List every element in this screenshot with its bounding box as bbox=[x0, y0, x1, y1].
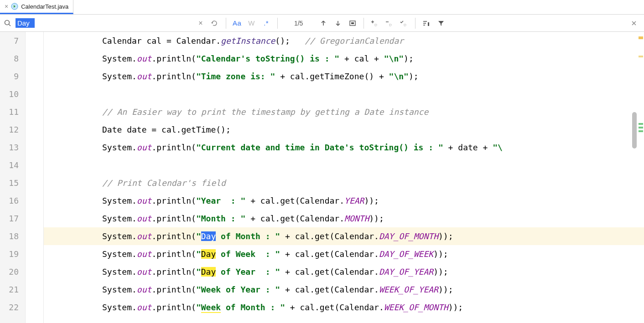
hint-marker[interactable] bbox=[639, 130, 643, 132]
code-line: System.out.println("Day of Month : " + c… bbox=[44, 227, 644, 245]
line-number: 16 bbox=[0, 192, 19, 210]
svg-rect-4 bbox=[351, 22, 354, 24]
code-editor[interactable]: 7 8 9 10 11 12 13 14 15 16 17 18 19 20 2… bbox=[0, 32, 644, 323]
code-line: System.out.println("Week of Year : " + c… bbox=[44, 281, 644, 298]
remove-selection-button[interactable] bbox=[383, 17, 396, 30]
line-number: 20 bbox=[0, 263, 19, 281]
line-number: 19 bbox=[0, 245, 19, 263]
line-number: 14 bbox=[0, 156, 19, 174]
prev-match-button[interactable] bbox=[317, 17, 330, 30]
search-input[interactable] bbox=[16, 18, 35, 28]
find-toolbar: × Aa W .* 1/5 bbox=[0, 15, 644, 32]
line-number: 21 bbox=[0, 281, 19, 298]
regex-button[interactable]: .* bbox=[260, 17, 273, 30]
next-match-button[interactable] bbox=[332, 17, 344, 30]
line-number: 9 bbox=[0, 67, 19, 85]
line-number: 22 bbox=[0, 298, 19, 316]
fold-strip bbox=[26, 32, 44, 323]
code-line bbox=[44, 85, 644, 103]
code-line: System.out.println("Calendar's toString(… bbox=[44, 50, 644, 67]
add-selection-button[interactable] bbox=[369, 17, 381, 30]
separator bbox=[364, 18, 364, 29]
code-line bbox=[44, 156, 644, 174]
hint-marker[interactable] bbox=[639, 127, 643, 128]
tab-label: CalendarTest.java bbox=[21, 3, 68, 10]
hint-marker[interactable] bbox=[639, 123, 643, 125]
file-tab[interactable]: × CalendarTest.java bbox=[0, 0, 73, 14]
line-number: 8 bbox=[0, 50, 19, 67]
code-line: System.out.println("Month : " + cal.get(… bbox=[44, 210, 644, 227]
code-area[interactable]: Calendar cal = Calendar.getInstance(); /… bbox=[44, 32, 644, 323]
search-input-wrap bbox=[14, 17, 194, 30]
select-all-occurrences-button[interactable] bbox=[346, 17, 359, 30]
svg-line-2 bbox=[9, 24, 11, 26]
code-line: System.out.println("Day of Year : " + ca… bbox=[44, 263, 644, 281]
clear-search-icon[interactable]: × bbox=[196, 19, 205, 27]
filter-button[interactable] bbox=[435, 17, 447, 30]
separator bbox=[415, 18, 415, 29]
code-line: Date date = cal.getTime(); bbox=[44, 121, 644, 138]
select-all-button[interactable] bbox=[398, 17, 410, 30]
code-line: System.out.println("Current date and tim… bbox=[44, 138, 644, 156]
line-number: 7 bbox=[0, 32, 19, 50]
search-history-icon[interactable] bbox=[208, 19, 221, 27]
code-line: System.out.println("Time zone is: " + ca… bbox=[44, 67, 644, 85]
java-file-icon bbox=[11, 3, 18, 10]
code-line: Calendar cal = Calendar.getInstance(); /… bbox=[44, 32, 644, 50]
line-number: 13 bbox=[0, 138, 19, 156]
tab-close-icon[interactable]: × bbox=[5, 3, 8, 10]
code-line: // An Easier way to print the timestamp … bbox=[44, 103, 644, 121]
line-number: 12 bbox=[0, 121, 19, 138]
toggle-filter-button[interactable] bbox=[420, 17, 433, 30]
code-line: System.out.println("Week of Month : " + … bbox=[44, 298, 644, 316]
line-number: 18 bbox=[0, 227, 19, 245]
line-number: 17 bbox=[0, 210, 19, 227]
svg-point-1 bbox=[5, 20, 10, 25]
warning-marker[interactable] bbox=[639, 36, 643, 39]
line-number: 10 bbox=[0, 85, 19, 103]
code-line: System.out.println("Day of Week : " + ca… bbox=[44, 245, 644, 263]
code-line: System.out.println("Year : " + cal.get(C… bbox=[44, 192, 644, 210]
svg-rect-8 bbox=[428, 22, 429, 26]
line-number: 11 bbox=[0, 103, 19, 121]
close-find-button[interactable] bbox=[628, 17, 640, 30]
line-gutter: 7 8 9 10 11 12 13 14 15 16 17 18 19 20 2… bbox=[0, 32, 26, 323]
code-line: // Print Calendar's field bbox=[44, 174, 644, 192]
match-case-button[interactable]: Aa bbox=[231, 17, 244, 30]
search-icon[interactable] bbox=[4, 19, 12, 27]
error-stripe[interactable] bbox=[638, 32, 644, 323]
warning-marker[interactable] bbox=[639, 56, 643, 57]
scrollbar-thumb[interactable] bbox=[632, 112, 637, 149]
match-count: 1/5 bbox=[282, 20, 315, 27]
separator bbox=[277, 18, 278, 29]
editor-tabbar: × CalendarTest.java bbox=[0, 0, 644, 15]
line-number: 15 bbox=[0, 174, 19, 192]
separator bbox=[226, 18, 226, 29]
match-word-button[interactable]: W bbox=[245, 17, 258, 30]
